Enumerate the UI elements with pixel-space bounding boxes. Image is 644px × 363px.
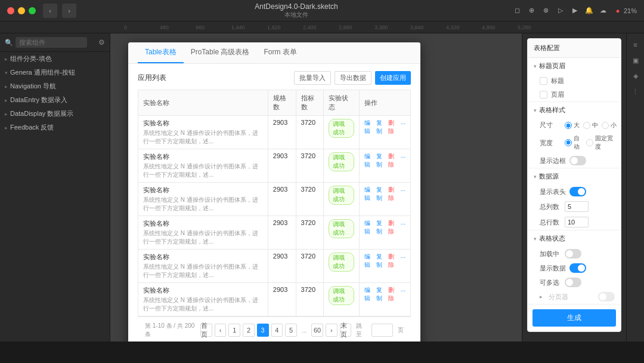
generate-button[interactable]: 生成 [532,309,616,327]
rowcount-input[interactable] [565,217,589,227]
size-large-label: 大 [574,121,580,130]
tab-form[interactable]: Form 表单 [256,42,304,63]
page-60-btn[interactable]: 60 [311,324,323,337]
size-radio-large[interactable]: 大 [565,121,580,130]
jump-input[interactable] [371,324,393,337]
colcount-label: 总列数 [540,202,561,211]
sidebar-item-navigation[interactable]: ▸ Navigation 导航 [0,79,110,93]
tool-icon-7[interactable]: ☁ [597,5,609,17]
more-link[interactable]: ... [401,286,405,303]
tool-icon-2[interactable]: ⊕ [526,5,538,17]
sidebar-item-feedback[interactable]: ▸ Feedback 反馈 [0,121,110,134]
multiselect-toggle[interactable] [565,278,581,287]
maximize-button[interactable] [29,7,36,14]
create-btn[interactable]: 创建应用 [375,71,411,85]
width-auto-label: 自动 [574,134,583,151]
page-2-btn[interactable]: 2 [243,324,255,337]
sidebar-item-category[interactable]: ▸ 组件分类-填色 [0,52,110,66]
close-button[interactable] [7,7,14,14]
search-input[interactable] [16,37,87,48]
back-button[interactable]: ‹ [43,4,57,18]
tool-icon-1[interactable]: ◻ [512,5,524,17]
config-section-style-title[interactable]: ▾ 表格样式 [528,102,621,118]
loading-toggle[interactable] [565,249,581,259]
delete-link[interactable]: 删除 [388,286,398,303]
sidebar-item-datadisplay[interactable]: ▸ DataDisplay 数据展示 [0,107,110,121]
edit-link[interactable]: 编辑 [364,219,374,236]
config-section-status-title[interactable]: ▾ 表格状态 [528,230,621,247]
chevron-right-icon: ▸ [540,294,543,300]
showheader-toggle[interactable] [569,187,586,196]
config-section-datasource-title[interactable]: ▾ 数据源 [528,168,621,184]
copy-link[interactable]: 复制 [376,186,386,202]
edit-link[interactable]: 编辑 [364,119,374,136]
more-link[interactable]: ... [401,119,405,136]
copy-link[interactable]: 复制 [376,219,386,236]
width-radio-fixed[interactable]: 固定宽度 [586,134,615,151]
radio-large[interactable] [565,122,572,129]
right-tool-components[interactable]: ▣ [629,54,642,67]
next-page-btn[interactable]: › [326,324,338,337]
more-link[interactable]: ... [401,219,405,236]
edit-link[interactable]: 编辑 [364,253,374,269]
delete-link[interactable]: 删除 [388,186,398,202]
more-link[interactable]: ... [401,186,405,202]
import-btn[interactable]: 批量导入 [294,71,331,85]
page-4-btn[interactable]: 4 [271,324,283,337]
last-page-btn[interactable]: 末页 [340,324,352,337]
copy-link[interactable]: 复制 [376,152,386,169]
tool-icon-6[interactable]: 🔔 [583,5,595,17]
prev-page-btn[interactable]: ‹ [215,324,227,337]
size-radio-small[interactable]: 小 [602,121,617,130]
export-btn[interactable]: 导出数据 [335,71,371,85]
forward-button[interactable]: › [62,4,76,18]
border-toggle[interactable] [569,156,586,165]
cell-status: 调哦成功 [324,283,360,316]
radio-small[interactable] [602,122,609,129]
right-tool-inspect[interactable]: ◈ [629,69,642,82]
first-page-btn[interactable]: 首页 [200,324,212,337]
width-radio-auto[interactable]: 自动 [565,134,583,151]
cell-actions: 编辑 复制 删除 ... [359,216,410,250]
delete-link[interactable]: 删除 [388,152,398,169]
right-tool-more[interactable]: ⋮ [629,85,642,98]
page-3-btn[interactable]: 3 [257,324,269,337]
page-5-btn[interactable]: 5 [285,324,297,337]
tool-icon-3[interactable]: ⊗ [540,5,552,17]
edit-link[interactable]: 编辑 [364,152,374,169]
config-section-header-title[interactable]: ▾ 标题页眉 [528,58,621,74]
copy-link[interactable]: 复制 [376,253,386,269]
more-link[interactable]: ... [401,152,405,169]
sidebar-item-dataentry[interactable]: ▸ DataEntry 数据录入 [0,93,110,107]
tab-table[interactable]: Table表格 [138,42,184,63]
tool-icon-8[interactable]: ● [612,5,624,17]
ruler-mark-9: 4,320 [446,24,482,30]
sidebar-item-label: Navigation 导航 [10,82,56,91]
right-tool-layers[interactable]: ≡ [629,38,642,51]
copy-link[interactable]: 复制 [376,286,386,303]
tool-icon-5[interactable]: ▶ [569,5,581,17]
sidebar-item-genera[interactable]: ▾ Genera 通用组件-按钮 [0,66,110,79]
tab-protable[interactable]: ProTable 高级表格 [184,42,257,63]
page-1-btn[interactable]: 1 [228,324,240,337]
more-link[interactable]: ... [401,253,405,269]
delete-link[interactable]: 删除 [388,219,398,236]
title-checkbox[interactable] [540,77,547,85]
cell-status: 调哦成功 [324,116,360,149]
delete-link[interactable]: 删除 [388,119,398,136]
sidebar-settings-icon[interactable]: ⚙ [98,38,105,47]
delete-link[interactable]: 删除 [388,253,398,269]
tool-icon-4[interactable]: ▷ [555,5,566,17]
colcount-input[interactable] [565,201,589,212]
showdata-toggle[interactable] [569,263,586,273]
size-radio-medium[interactable]: 中 [583,121,598,130]
radio-auto[interactable] [565,139,572,146]
radio-fixed[interactable] [586,139,593,146]
copy-link[interactable]: 复制 [376,119,386,136]
pagination-config-toggle[interactable] [598,292,615,302]
edit-link[interactable]: 编辑 [364,286,374,303]
minimize-button[interactable] [18,7,25,14]
edit-link[interactable]: 编辑 [364,186,374,202]
radio-medium[interactable] [583,122,590,129]
header-checkbox[interactable] [540,91,547,99]
